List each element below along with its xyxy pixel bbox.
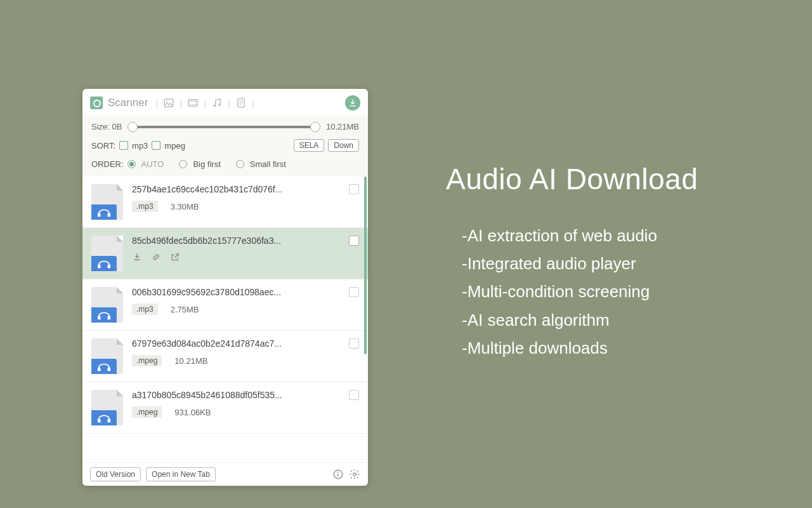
- order-small-radio[interactable]: [236, 160, 244, 168]
- select-checkbox[interactable]: [349, 184, 359, 194]
- size-label: Size: 0B: [91, 122, 122, 131]
- select-checkbox[interactable]: [349, 236, 359, 246]
- order-big-radio[interactable]: [179, 160, 187, 168]
- file-name: 006b301699c95692c3780d1098aec...: [132, 287, 340, 297]
- file-thumb-icon: [91, 338, 123, 374]
- file-name: 85cb496fdec5db6b2c15777e306fa3...: [132, 236, 340, 246]
- svg-rect-6: [195, 100, 195, 102]
- panel-footer: Old Version Open in New Tab: [82, 462, 368, 486]
- select-checkbox[interactable]: [349, 287, 359, 297]
- ext-badge: .mpeg: [132, 355, 162, 366]
- svg-rect-4: [188, 104, 197, 105]
- svg-rect-17: [98, 316, 101, 320]
- list-item[interactable]: 67979e63d084ac0b2e241d7874ac7....mpeg10.…: [82, 331, 368, 382]
- svg-rect-22: [108, 419, 111, 423]
- file-thumb-icon: [91, 236, 123, 271]
- svg-rect-2: [188, 100, 197, 107]
- ext-badge: .mp3: [132, 304, 158, 315]
- panel-header: Scanner | | | | |: [82, 89, 368, 116]
- video-tab-icon[interactable]: [187, 97, 199, 109]
- promo-bullet: -Multiple downloads: [462, 334, 698, 362]
- ext-badge: .mpeg: [132, 406, 162, 418]
- image-tab-icon[interactable]: [163, 97, 174, 109]
- svg-point-1: [166, 101, 167, 102]
- share-icon[interactable]: [170, 252, 180, 262]
- audio-tab-icon[interactable]: [211, 97, 223, 109]
- info-icon[interactable]: [332, 469, 344, 480]
- file-thumb-icon: [91, 287, 123, 323]
- svg-rect-3: [188, 101, 197, 102]
- list-item[interactable]: 006b301699c95692c3780d1098aec....mp32.75…: [82, 279, 368, 331]
- doc-tab-icon[interactable]: [235, 97, 247, 109]
- ext-badge: .mp3: [132, 201, 158, 212]
- sela-button[interactable]: SELA: [294, 139, 325, 152]
- order-auto-radio[interactable]: [128, 160, 136, 168]
- header-title: Scanner: [108, 97, 148, 109]
- file-size: 3.30MB: [171, 202, 199, 211]
- svg-rect-16: [108, 265, 111, 269]
- down-button[interactable]: Down: [328, 139, 359, 152]
- list-item[interactable]: 257b4ae1c69cc4ec102b431c7d076f....mp33.3…: [82, 177, 368, 228]
- select-checkbox[interactable]: [349, 390, 359, 400]
- sort-mpeg-checkbox[interactable]: [152, 141, 160, 150]
- link-icon[interactable]: [151, 252, 161, 262]
- svg-rect-13: [98, 213, 101, 217]
- svg-rect-21: [98, 419, 101, 423]
- list-item[interactable]: a3170b805c8945b2461088df05f535....mpeg93…: [82, 382, 368, 434]
- file-thumb-icon: [91, 390, 123, 425]
- promo-bullet: -Multi-condition screening: [462, 277, 698, 305]
- size-slider[interactable]: [128, 126, 320, 128]
- file-thumb-icon: [91, 184, 123, 220]
- svg-rect-5: [190, 100, 191, 102]
- gear-icon[interactable]: [349, 469, 360, 480]
- file-name: a3170b805c8945b2461088df05f535...: [132, 390, 340, 400]
- svg-rect-19: [98, 368, 101, 371]
- promo-list: -AI extraction of web audio-Integrated a…: [446, 222, 698, 362]
- open-new-tab-button[interactable]: Open in New Tab: [146, 467, 216, 481]
- svg-rect-15: [98, 265, 101, 269]
- promo-bullet: -AI extraction of web audio: [462, 222, 698, 250]
- order-auto-label: AUTO: [141, 159, 164, 169]
- promo-bullet: -AI search algorithm: [462, 306, 698, 334]
- sort-mp3-checkbox[interactable]: [119, 141, 128, 150]
- svg-point-8: [218, 104, 221, 106]
- order-label: ORDER:: [91, 159, 124, 169]
- promo-title: Audio AI Download: [446, 162, 698, 196]
- old-version-button[interactable]: Old Version: [90, 467, 141, 481]
- download-all-button[interactable]: [345, 95, 360, 110]
- file-size: 931.06KB: [174, 408, 211, 417]
- scrollbar[interactable]: [364, 177, 367, 354]
- promo-bullet: -Integrated audio player: [462, 250, 698, 277]
- file-size: 10.21MB: [174, 356, 207, 366]
- size-max-label: 10.21MB: [326, 122, 359, 131]
- svg-rect-18: [108, 316, 111, 320]
- list-item[interactable]: 85cb496fdec5db6b2c15777e306fa3...: [82, 228, 368, 279]
- promo-section: Audio AI Download -AI extraction of web …: [446, 162, 698, 362]
- svg-rect-20: [108, 368, 111, 371]
- order-big-label: Big first: [193, 159, 220, 169]
- svg-point-26: [353, 473, 357, 476]
- order-small-label: Small first: [250, 159, 286, 169]
- sort-mp3-label: mp3: [132, 141, 148, 150]
- download-icon[interactable]: [132, 252, 142, 262]
- svg-point-7: [213, 105, 216, 107]
- svg-point-25: [338, 472, 339, 472]
- sort-mpeg-label: mpeg: [164, 141, 185, 150]
- select-checkbox[interactable]: [349, 338, 359, 349]
- sort-label: SORT:: [91, 141, 115, 150]
- svg-rect-14: [108, 213, 111, 217]
- file-size: 2.75MB: [171, 305, 199, 314]
- file-name: 67979e63d084ac0b2e241d7874ac7...: [132, 338, 340, 349]
- filter-section: Size: 0B 10.21MB SORT: mp3 mpeg SELA Dow…: [82, 116, 368, 177]
- scanner-panel: Scanner | | | | | Size: 0B 10.21MB SORT:: [82, 89, 368, 486]
- file-list[interactable]: 257b4ae1c69cc4ec102b431c7d076f....mp33.3…: [82, 177, 368, 462]
- app-logo-icon: [90, 97, 103, 109]
- file-name: 257b4ae1c69cc4ec102b431c7d076f...: [132, 184, 340, 194]
